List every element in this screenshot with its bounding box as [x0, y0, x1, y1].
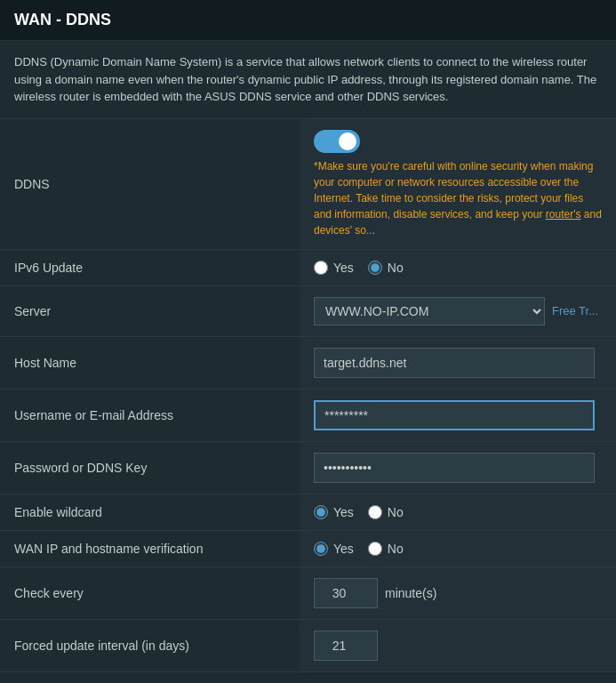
ipv6-no-radio[interactable]: [368, 261, 382, 275]
description: DDNS (Dynamic Domain Name System) is a s…: [0, 41, 616, 119]
username-input[interactable]: [314, 400, 595, 430]
wildcard-yes-text: Yes: [333, 505, 354, 519]
check-every-label: Check every: [0, 566, 300, 619]
hostname-row: Host Name: [0, 336, 616, 389]
ddns-control: *Make sure you're careful with online se…: [300, 119, 616, 250]
wan-verify-yes-text: Yes: [333, 542, 354, 556]
server-control: WWW.NO-IP.COM WWW.DYNDNS.COM WWW.ASUS.CO…: [300, 285, 616, 336]
wan-verify-no-text: No: [388, 542, 404, 556]
wan-verify-control: Yes No: [300, 530, 616, 566]
wildcard-yes-radio[interactable]: [314, 505, 328, 519]
server-row: Server WWW.NO-IP.COM WWW.DYNDNS.COM WWW.…: [0, 285, 616, 336]
free-trial-link[interactable]: Free Tr...: [552, 304, 598, 317]
page-title: WAN - DDNS: [0, 0, 616, 41]
wan-verify-row: WAN IP and hostname verification Yes No: [0, 530, 616, 566]
username-control: [300, 389, 616, 441]
ipv6-no-text: No: [388, 261, 404, 275]
password-control: [300, 441, 616, 494]
check-every-row: Check every minute(s): [0, 566, 616, 619]
username-row: Username or E-mail Address: [0, 389, 616, 441]
ipv6-control: Yes No: [300, 249, 616, 285]
forced-update-input[interactable]: [314, 631, 378, 661]
wan-verify-no-radio[interactable]: [368, 542, 382, 556]
ipv6-row: IPv6 Update Yes No: [0, 249, 616, 285]
server-label: Server: [0, 285, 300, 336]
ipv6-yes-label[interactable]: Yes: [314, 261, 354, 275]
ddns-row: DDNS *Make sure you're careful with onli…: [0, 119, 616, 250]
wan-verify-yes-radio[interactable]: [314, 542, 328, 556]
hostname-input[interactable]: [314, 348, 595, 378]
ddns-warning: *Make sure you're careful with online se…: [314, 158, 602, 238]
hostname-label: Host Name: [0, 336, 300, 389]
check-every-control: minute(s): [300, 566, 616, 619]
server-select[interactable]: WWW.NO-IP.COM WWW.DYNDNS.COM WWW.ASUS.CO…: [314, 297, 545, 325]
wildcard-no-radio[interactable]: [368, 505, 382, 519]
ddns-toggle[interactable]: [314, 130, 360, 153]
router-link[interactable]: router's: [546, 208, 581, 221]
wildcard-control: Yes No: [300, 494, 616, 530]
wildcard-no-label[interactable]: No: [368, 505, 404, 519]
forced-update-label: Forced update interval (in days): [0, 619, 300, 671]
wildcard-row: Enable wildcard Yes No: [0, 494, 616, 530]
wildcard-no-text: No: [388, 505, 404, 519]
password-row: Password or DDNS Key: [0, 441, 616, 494]
wan-verify-yes-label[interactable]: Yes: [314, 542, 354, 556]
wan-verify-no-label[interactable]: No: [368, 542, 404, 556]
wan-verify-label: WAN IP and hostname verification: [0, 530, 300, 566]
forced-update-row: Forced update interval (in days): [0, 619, 616, 671]
hostname-control: [300, 336, 616, 389]
wildcard-yes-label[interactable]: Yes: [314, 505, 354, 519]
password-label: Password or DDNS Key: [0, 441, 300, 494]
ipv6-label: IPv6 Update: [0, 249, 300, 285]
username-label: Username or E-mail Address: [0, 389, 300, 441]
forced-update-control: [300, 619, 616, 671]
ipv6-no-label[interactable]: No: [368, 261, 404, 275]
ddns-label: DDNS: [0, 119, 300, 250]
password-input[interactable]: [314, 453, 595, 483]
ipv6-yes-text: Yes: [333, 261, 354, 275]
minutes-label: minute(s): [385, 586, 436, 600]
ipv6-yes-radio[interactable]: [314, 261, 328, 275]
check-every-input[interactable]: [314, 578, 378, 608]
wildcard-label: Enable wildcard: [0, 494, 300, 530]
